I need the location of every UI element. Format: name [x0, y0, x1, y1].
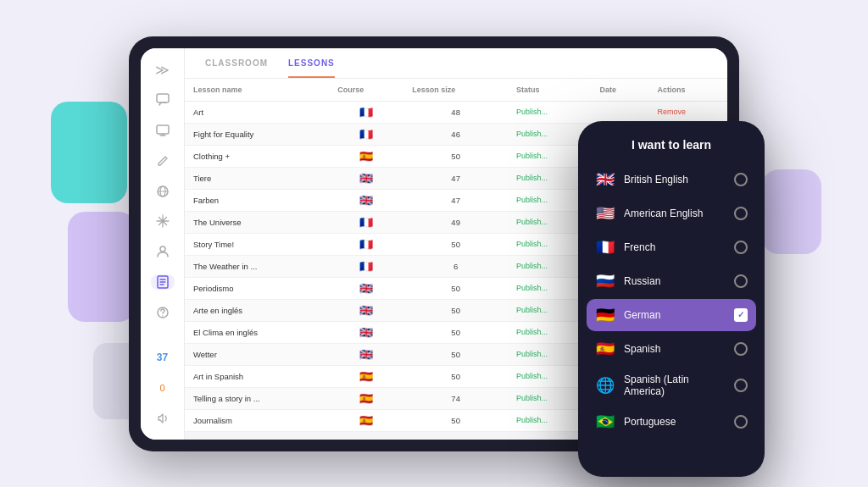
- sidebar-icon-user[interactable]: [151, 244, 175, 259]
- language-item[interactable]: 🇧🇷 Portuguese: [587, 406, 756, 438]
- cell-lesson-size: 74: [403, 387, 508, 409]
- cell-course: 🇪🇸: [329, 365, 403, 387]
- cell-course: 🇬🇧: [329, 167, 403, 189]
- cell-course: 🇪🇸: [329, 387, 403, 409]
- decorative-blob-purple2: [762, 169, 821, 254]
- sidebar-icon-pen[interactable]: [151, 153, 175, 169]
- col-course: Course: [329, 79, 403, 102]
- language-radio: [734, 415, 748, 429]
- sidebar-count2: 0: [151, 380, 175, 396]
- sidebar-icon-globe[interactable]: [151, 184, 175, 199]
- cell-lesson-name: Tiere: [185, 167, 329, 189]
- svg-point-4: [160, 246, 165, 252]
- cell-course: 🇪🇸: [329, 409, 403, 431]
- language-radio: [734, 207, 748, 220]
- tab-classroom[interactable]: CLASSROOM: [205, 58, 268, 78]
- svg-rect-1: [157, 125, 169, 134]
- col-lesson-name: Lesson name: [185, 79, 329, 102]
- language-flag: 🇬🇧: [595, 170, 615, 189]
- cell-lesson-size: 50: [403, 409, 508, 431]
- language-name: German: [624, 309, 726, 321]
- col-lesson-size: Lesson size: [403, 79, 508, 102]
- cell-course: 🇫🇷: [329, 101, 403, 123]
- language-item[interactable]: 🇫🇷 French: [587, 231, 756, 263]
- cell-course: 🇪🇸: [329, 145, 403, 167]
- cell-lesson-name: Arte en inglés: [185, 299, 329, 321]
- language-name: Portuguese: [624, 416, 726, 428]
- cell-lesson-size: 50: [403, 299, 508, 321]
- svg-rect-0: [157, 94, 169, 102]
- col-status: Status: [508, 79, 591, 102]
- language-radio: [734, 274, 748, 288]
- sidebar-icon-sound[interactable]: [151, 411, 175, 426]
- tab-lessons[interactable]: LESSONS: [288, 58, 335, 78]
- cell-lesson-name: The Universe: [185, 211, 329, 233]
- cell-lesson-size: 49: [403, 211, 508, 233]
- cell-lesson-name: El Clima en inglés: [185, 321, 329, 343]
- language-list: 🇬🇧 British English 🇺🇸 American English 🇫…: [587, 163, 756, 438]
- col-date: Date: [591, 79, 648, 102]
- language-name: American English: [624, 208, 726, 219]
- sidebar-icon-book[interactable]: [151, 274, 175, 290]
- cell-course: 🇫🇷: [329, 233, 403, 255]
- cell-lesson-size: 47: [403, 167, 508, 189]
- language-radio: [734, 379, 748, 392]
- language-item[interactable]: 🇪🇸 Spanish: [587, 333, 756, 365]
- cell-status: Publish...: [508, 101, 591, 123]
- language-item[interactable]: 🇺🇸 American English: [587, 197, 756, 230]
- language-radio: [734, 342, 748, 356]
- phone-title: I want to learn: [587, 131, 756, 163]
- language-check: ✓: [734, 308, 748, 322]
- sidebar-icon-sparkle[interactable]: [151, 213, 175, 229]
- language-name: British English: [624, 174, 726, 185]
- cell-date: [591, 101, 648, 123]
- phone-frame: I want to learn 🇬🇧 British English 🇺🇸 Am…: [578, 121, 765, 477]
- cell-lesson-name: Clothing +: [185, 145, 329, 167]
- cell-lesson-size: 50: [403, 145, 508, 167]
- language-item[interactable]: 🇷🇺 Russian: [587, 265, 756, 297]
- cell-lesson-size: 6: [403, 255, 508, 277]
- cell-lesson-name: Journalism: [185, 409, 329, 431]
- cell-lesson-name: Periodismo: [185, 277, 329, 299]
- language-flag: 🇧🇷: [595, 412, 615, 431]
- cell-course: 🇬🇧: [329, 299, 403, 321]
- cell-lesson-name: Fight for Equality: [185, 123, 329, 145]
- language-flag: 🇺🇸: [595, 204, 615, 223]
- cell-lesson-size: 48: [403, 101, 508, 123]
- cell-course: 🇬🇧: [329, 343, 403, 365]
- language-flag: 🇩🇪: [595, 306, 615, 324]
- language-name: French: [624, 241, 726, 253]
- cell-lesson-size: 50: [403, 277, 508, 299]
- language-item[interactable]: 🌐 Spanish (Latin America): [587, 367, 756, 404]
- sidebar-count1: 37: [151, 350, 175, 365]
- decorative-blob-teal: [51, 102, 127, 203]
- col-actions: Actions: [649, 79, 727, 102]
- sidebar-icon-forward[interactable]: ≫: [151, 62, 175, 78]
- table-row: Art 🇫🇷 48 Publish... Remove: [185, 101, 727, 123]
- sidebar-icon-screen[interactable]: [151, 123, 175, 138]
- language-radio: [734, 173, 748, 186]
- language-radio: [734, 241, 748, 254]
- cell-lesson-size: 50: [403, 343, 508, 365]
- table-header-row: Lesson name Course Lesson size Status Da…: [185, 79, 727, 102]
- cell-lesson-size: 50: [403, 321, 508, 343]
- language-item[interactable]: 🇩🇪 German ✓: [587, 299, 756, 331]
- cell-lesson-name: Wetter: [185, 343, 329, 365]
- language-flag: 🇪🇸: [595, 340, 615, 358]
- cell-action[interactable]: Remove: [649, 101, 727, 123]
- tab-bar: CLASSROOM LESSONS: [185, 48, 727, 79]
- cell-course: 🇫🇷: [329, 211, 403, 233]
- sidebar-icon-help[interactable]: [151, 305, 175, 320]
- cell-lesson-name: Art in Spanish: [185, 365, 329, 387]
- cell-lesson-name: The Weather in ...: [185, 255, 329, 277]
- decorative-blob-purple: [68, 212, 136, 322]
- cell-lesson-name: Farben: [185, 189, 329, 211]
- sidebar-icon-messages[interactable]: [151, 93, 175, 108]
- cell-course: 🇬🇧: [329, 277, 403, 299]
- cell-course: 🇬🇧: [329, 321, 403, 343]
- language-name: Russian: [624, 275, 726, 287]
- svg-point-7: [162, 315, 164, 317]
- language-item[interactable]: 🇬🇧 British English: [587, 163, 756, 196]
- cell-lesson-name: Art: [185, 101, 329, 123]
- sidebar: ≫ 3: [141, 48, 185, 440]
